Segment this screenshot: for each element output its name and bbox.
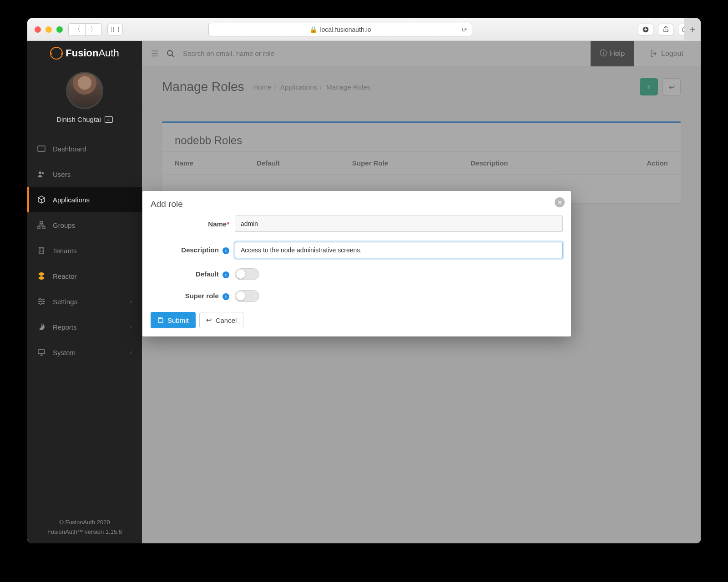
new-tab-button[interactable]: +	[684, 18, 701, 41]
gauge-icon	[37, 145, 46, 153]
sidebar-item-label: Applications	[53, 196, 90, 204]
svg-point-14	[42, 301, 43, 302]
svg-rect-16	[38, 350, 45, 354]
sidebar-footer: © FusionAuth 2020 FusionAuth™ version 1.…	[27, 512, 142, 543]
url-text: local.fusionauth.io	[320, 26, 371, 33]
svg-point-15	[40, 303, 41, 304]
brand-mark-icon	[50, 47, 63, 60]
svg-point-6	[39, 171, 41, 174]
brand-text: FusionAuth	[66, 47, 119, 59]
sidebar-item-label: System	[53, 349, 76, 356]
chevron-left-icon: ‹	[130, 298, 132, 305]
back-button[interactable]: 〈	[69, 24, 85, 35]
brand-logo: FusionAuth	[27, 41, 142, 65]
sidebar-menu: Dashboard Users Applications Groups Tena…	[27, 136, 142, 365]
avatar[interactable]	[66, 72, 103, 109]
sidebar-item-system[interactable]: System‹	[27, 340, 142, 365]
sidebar-item-dashboard[interactable]: Dashboard	[27, 136, 142, 161]
sidebar-item-applications[interactable]: Applications	[27, 187, 142, 212]
building-icon	[37, 246, 46, 255]
id-card-icon[interactable]: ▭	[105, 116, 113, 123]
label-super-role: Super role i	[151, 292, 235, 300]
submit-button[interactable]: Submit	[151, 312, 196, 328]
svg-rect-5	[38, 146, 45, 151]
description-field[interactable]	[235, 242, 563, 258]
chevron-left-icon: ‹	[130, 324, 132, 330]
svg-rect-10	[43, 226, 45, 229]
cancel-label: Cancel	[216, 316, 237, 324]
svg-rect-9	[38, 226, 40, 229]
browser-titlebar: 〈 〉 🔒 local.fusionauth.io ⟳ +	[27, 18, 701, 41]
sidebar-toggle-button[interactable]	[107, 24, 123, 35]
svg-point-13	[39, 298, 40, 300]
lock-icon: 🔒	[309, 26, 317, 33]
super-role-toggle[interactable]	[235, 290, 259, 302]
close-window-icon[interactable]	[35, 26, 41, 33]
cube-icon	[37, 196, 46, 204]
sidebar-item-label: Tenants	[53, 247, 77, 255]
nav-buttons: 〈 〉	[68, 23, 102, 36]
maximize-window-icon[interactable]	[56, 26, 63, 33]
svg-rect-19	[159, 318, 162, 319]
sidebar-item-label: Users	[53, 171, 71, 178]
info-icon[interactable]: i	[222, 293, 229, 300]
name-field[interactable]	[235, 216, 563, 232]
sidebar: FusionAuth Dinish Chugtai ▭ Dashboard Us…	[27, 41, 142, 543]
label-name: Name*	[151, 220, 235, 228]
window-controls	[35, 26, 63, 33]
submit-label: Submit	[167, 316, 189, 324]
username-text: Dinish Chugtai	[56, 115, 101, 123]
add-role-modal: ✕ Add role Name* Description i Default i…	[142, 191, 571, 336]
sidebar-item-label: Settings	[53, 298, 77, 306]
info-icon[interactable]: i	[222, 247, 229, 254]
close-icon[interactable]: ✕	[555, 197, 565, 207]
sidebar-item-reports[interactable]: Reports‹	[27, 314, 142, 340]
copyright-text: © FusionAuth 2020	[27, 518, 142, 527]
cancel-button[interactable]: ↩ Cancel	[199, 312, 244, 328]
browser-window: 〈 〉 🔒 local.fusionauth.io ⟳ +	[27, 18, 701, 543]
modal-title: Add role	[151, 199, 563, 209]
desktop-icon	[37, 348, 46, 356]
version-text: FusionAuth™ version 1.15.8	[27, 527, 142, 537]
svg-point-12	[40, 275, 42, 277]
default-toggle[interactable]	[235, 268, 259, 280]
sidebar-item-settings[interactable]: Settings‹	[27, 289, 142, 314]
undo-icon: ↩	[206, 316, 212, 324]
svg-rect-11	[39, 247, 44, 254]
users-icon	[37, 170, 46, 178]
save-icon	[157, 317, 164, 323]
address-bar[interactable]: 🔒 local.fusionauth.io ⟳	[208, 23, 472, 36]
username: Dinish Chugtai ▭	[56, 115, 113, 123]
sidebar-item-label: Reports	[53, 323, 77, 331]
sidebar-item-tenants[interactable]: Tenants	[27, 238, 142, 263]
forward-button[interactable]: 〉	[85, 24, 101, 35]
svg-rect-0	[111, 27, 119, 32]
info-icon[interactable]: i	[222, 271, 229, 278]
downloads-button[interactable]	[638, 24, 653, 35]
sidebar-item-groups[interactable]: Groups	[27, 212, 142, 238]
sidebar-item-label: Dashboard	[53, 145, 86, 153]
label-description: Description i	[151, 246, 235, 254]
sitemap-icon	[37, 221, 46, 229]
sidebar-item-reactor[interactable]: Reactor	[27, 263, 142, 289]
share-button[interactable]	[658, 24, 673, 35]
svg-rect-8	[40, 221, 43, 224]
svg-point-7	[42, 172, 44, 175]
sliders-icon	[37, 297, 46, 306]
chevron-left-icon: ‹	[130, 349, 132, 356]
radiation-icon	[37, 272, 46, 280]
sidebar-item-label: Reactor	[53, 272, 77, 280]
sidebar-item-users[interactable]: Users	[27, 161, 142, 187]
minimize-window-icon[interactable]	[46, 26, 52, 33]
refresh-icon[interactable]: ⟳	[462, 26, 467, 33]
pie-chart-icon	[37, 323, 46, 331]
label-default: Default i	[151, 270, 235, 278]
sidebar-item-label: Groups	[53, 221, 75, 229]
